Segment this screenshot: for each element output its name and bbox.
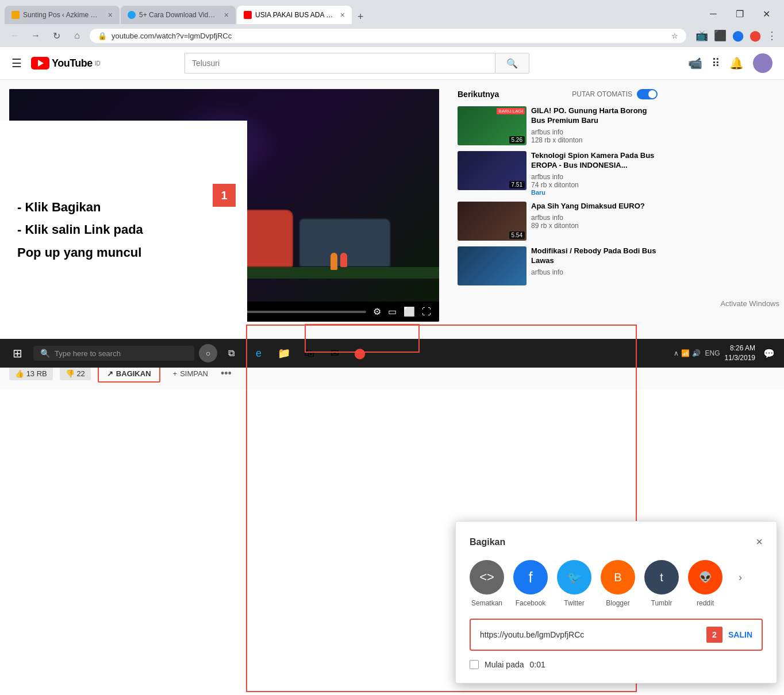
tab-close-active[interactable]: × — [340, 10, 345, 20]
taskbar: ⊞ 🔍 Type here to search ○ ⧉ e 📁 🛍 ✉ ⬤ ∧ … — [0, 339, 784, 368]
more-options-button[interactable]: ••• — [221, 368, 232, 380]
rec-title-3: Apa Sih Yang Dimaksud EURO? — [531, 202, 658, 211]
rec-video-2[interactable]: 7.51 Teknologi Spion Kamera Pada Bus ERO… — [458, 151, 658, 196]
hamburger-menu[interactable]: ☰ — [11, 56, 22, 70]
share-link-box: https://youtu.be/lgmDvpfjRCc 2 SALIN — [470, 619, 763, 651]
task-view-button[interactable]: ⧉ — [222, 344, 240, 362]
tumblr-icon: t — [644, 560, 679, 594]
maximize-button[interactable]: ❐ — [727, 5, 753, 23]
twitter-label: Twitter — [564, 599, 584, 607]
lock-icon: 🔒 — [98, 32, 107, 40]
salin-button[interactable]: SALIN — [728, 630, 752, 639]
settings-icon[interactable]: ⚙ — [372, 305, 382, 318]
blogger-icon: B — [601, 560, 635, 594]
share-item-blogger[interactable]: B Blogger — [601, 560, 635, 607]
annotation-label-1: 1 — [213, 184, 236, 207]
tab-wordpress[interactable]: Sunting Pos ‹ Azkime — WordPr... × — [5, 6, 120, 24]
annotation-label-2: 2 — [706, 627, 722, 643]
taskbar-search[interactable]: 🔍 Type here to search — [33, 346, 194, 361]
mail-icon[interactable]: ✉ — [323, 342, 346, 365]
rec-thumb-2: 7.51 — [458, 151, 526, 190]
person-figure — [340, 253, 347, 267]
chevron-up-icon[interactable]: ∧ — [674, 349, 679, 357]
rec-title-2: Teknologi Spion Kamera Pada Bus EROPA - … — [531, 151, 658, 171]
date-text: 11/3/2019 — [725, 353, 755, 363]
profile-icon[interactable]: ⬤ — [750, 29, 761, 42]
folder-icon[interactable]: 📁 — [272, 342, 295, 365]
popup-title: Bagikan — [470, 537, 505, 547]
rec-info-1: GILA! PO. Gunung Harta Borong Bus Premiu… — [531, 106, 658, 145]
share-item-twitter[interactable]: 🐦 Twitter — [557, 560, 591, 607]
cast-icon[interactable]: 📺 — [695, 29, 708, 42]
star-icon[interactable]: ☆ — [671, 32, 678, 40]
rec-video-3[interactable]: 5.54 Apa Sih Yang Dimaksud EURO? arfbus … — [458, 202, 658, 241]
start-button[interactable]: ⊞ — [6, 342, 29, 365]
search-input[interactable] — [185, 53, 495, 74]
rec-video-4[interactable]: Modifikasi / Rebody Pada Bodi Bus Lawas … — [458, 246, 658, 285]
blogger-label: Blogger — [606, 599, 629, 607]
auto-play: PUTAR OTOMATIS — [572, 89, 658, 99]
notification-button[interactable]: 💬 — [760, 344, 778, 362]
mulai-checkbox-input[interactable] — [470, 660, 479, 669]
user-avatar[interactable] — [753, 53, 773, 73]
popup-close-button[interactable]: × — [756, 535, 763, 549]
minimize-button[interactable]: ─ — [700, 5, 727, 23]
theater-button[interactable]: ⬜ — [402, 305, 416, 318]
search-button[interactable]: 🔍 — [495, 53, 529, 74]
close-button[interactable]: ✕ — [753, 5, 779, 23]
rec-thumb-1: BARU LAGI 5.26 — [458, 106, 526, 145]
extensions-icon[interactable]: ⬛ — [714, 29, 727, 42]
embed-label: Sematkan — [471, 599, 502, 607]
rec-channel-1: arfbus info — [531, 128, 658, 136]
rec-video-1[interactable]: BARU LAGI 5.26 GILA! PO. Gunung Harta Bo… — [458, 106, 658, 145]
people-figures — [330, 253, 347, 270]
auto-play-toggle[interactable] — [637, 89, 658, 99]
video-camera-icon[interactable]: 📹 — [688, 56, 702, 70]
chrome-icon[interactable]: ⬤ — [348, 342, 371, 365]
tab-close-youtube-dl[interactable]: × — [224, 10, 229, 20]
notification-icon[interactable]: 🔔 — [729, 56, 744, 70]
chrome-icon[interactable]: ⬤ — [732, 29, 744, 42]
facebook-icon: f — [513, 560, 548, 594]
rec-title-4: Modifikasi / Rebody Pada Bodi Bus Lawas — [531, 246, 658, 266]
network-icon[interactable]: 📶 — [681, 349, 690, 357]
sys-icons: ∧ 📶 🔊 — [674, 349, 701, 357]
tab-active[interactable]: USIA PAKAI BUS ADA BATASNYA... × — [237, 6, 352, 24]
store-icon[interactable]: 🛍 — [298, 342, 321, 365]
embed-icon: <> — [470, 560, 504, 594]
rec-badge-1: BARU LAGI — [497, 108, 525, 114]
menu-icon[interactable]: ⋮ — [767, 29, 777, 42]
address-icons: ☆ — [671, 32, 678, 40]
share-item-tumblr[interactable]: t Tumblr — [644, 560, 679, 607]
browser-right-icons: 📺 ⬛ ⬤ ⬤ ⋮ — [695, 29, 777, 42]
share-arrow-icon: ↗ — [107, 369, 113, 378]
simpan-button[interactable]: + SIMPAN — [167, 366, 214, 381]
taskbar-apps: e 📁 🛍 ✉ ⬤ — [247, 342, 371, 365]
share-icons-row: <> Sematkan f Facebook 🐦 Twitter B Blogg… — [470, 560, 763, 607]
home-button[interactable]: ⌂ — [69, 28, 85, 44]
address-box[interactable]: 🔒 youtube.com/watch?v=lgmDvpfjRCc ☆ — [90, 29, 686, 43]
share-item-embed[interactable]: <> Sematkan — [470, 560, 504, 607]
share-item-facebook[interactable]: f Facebook — [513, 560, 548, 607]
reddit-label: reddit — [697, 599, 714, 607]
fullscreen-button[interactable]: ⛶ — [421, 306, 432, 318]
new-tab-button[interactable]: + — [353, 11, 368, 23]
back-button[interactable]: ← — [7, 28, 23, 44]
volume-icon[interactable]: 🔊 — [692, 349, 701, 357]
tab-close-wordpress[interactable]: × — [108, 10, 113, 20]
miniplayer-button[interactable]: ▭ — [387, 305, 398, 318]
lang-indicator: ENG — [705, 349, 720, 357]
tab-youtube-dl[interactable]: 5+ Cara Download Video Youtub... × — [121, 6, 236, 24]
like-count: 👍 13 RB — [9, 367, 53, 380]
mulai-checkbox[interactable]: Mulai pada 0:01 — [470, 660, 763, 669]
share-next-arrow[interactable]: › — [732, 560, 749, 594]
cortana-button[interactable]: ○ — [199, 344, 217, 362]
edge-icon[interactable]: e — [247, 342, 270, 365]
refresh-button[interactable]: ↻ — [48, 28, 64, 44]
youtube-logo[interactable]: YouTubeID — [31, 57, 101, 70]
share-item-reddit[interactable]: 👽 reddit — [688, 560, 722, 607]
rec-views-2: 74 rb x ditonton — [531, 181, 658, 189]
apps-icon[interactable]: ⠿ — [712, 56, 720, 70]
time-text: 8:26 AM — [725, 343, 755, 353]
forward-button[interactable]: → — [28, 28, 44, 44]
